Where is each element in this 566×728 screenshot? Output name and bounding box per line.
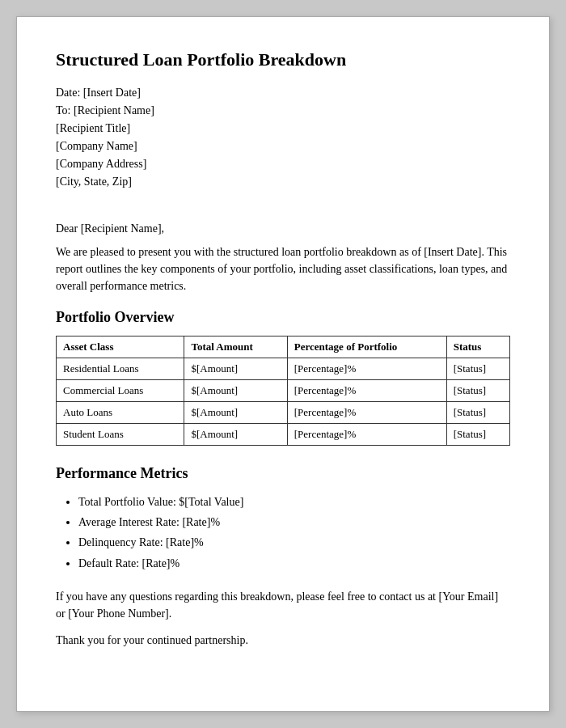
portfolio-section-title: Portfolio Overview [56,309,510,326]
to-line: To: [Recipient Name] [56,104,510,117]
table-cell: [Percentage]% [287,402,446,424]
city-state-zip-line: [City, State, Zip] [56,176,510,188]
date-line: Date: [Insert Date] [56,87,510,99]
recipient-title-line: [Recipient Title] [56,122,510,135]
table-cell: [Percentage]% [287,424,446,446]
company-address-line: [Company Address] [56,158,510,171]
table-cell: [Percentage]% [287,358,446,380]
salutation: Dear [Recipient Name], [56,222,510,235]
document-page: Structured Loan Portfolio Breakdown Date… [16,16,550,712]
metrics-section-title: Performance Metrics [56,465,510,482]
table-cell: $[Amount] [184,402,287,424]
metrics-list: Total Portfolio Value: $[Total Value]Ave… [78,492,510,574]
document-title: Structured Loan Portfolio Breakdown [56,49,510,70]
metrics-list-item: Total Portfolio Value: $[Total Value] [78,492,510,512]
table-header-row: Asset Class Total Amount Percentage of P… [57,336,510,358]
table-cell: [Status] [446,402,509,424]
intro-paragraph: We are pleased to present you with the s… [56,243,510,294]
table-cell: [Percentage]% [287,380,446,402]
table-row: Auto Loans$[Amount][Percentage]%[Status] [57,402,510,424]
table-cell: $[Amount] [184,424,287,446]
metrics-list-item: Average Interest Rate: [Rate]% [78,512,510,532]
table-cell: [Status] [446,424,509,446]
table-cell: Student Loans [57,424,184,446]
portfolio-table: Asset Class Total Amount Percentage of P… [56,336,510,446]
table-cell: Residential Loans [57,358,184,380]
table-cell: [Status] [446,358,509,380]
thank-you-line: Thank you for your continued partnership… [56,632,510,649]
table-cell: $[Amount] [184,358,287,380]
metrics-list-item: Default Rate: [Rate]% [78,553,510,574]
table-cell: Commercial Loans [57,380,184,402]
metrics-list-item: Delinquency Rate: [Rate]% [78,532,510,552]
closing-paragraph: If you have any questions regarding this… [56,588,510,622]
col-header-total-amount: Total Amount [184,336,287,358]
col-header-percentage: Percentage of Portfolio [287,336,446,358]
col-header-status: Status [446,336,509,358]
table-row: Residential Loans$[Amount][Percentage]%[… [57,358,510,380]
company-name-line: [Company Name] [56,140,510,153]
table-cell: Auto Loans [57,402,184,424]
table-cell: $[Amount] [184,380,287,402]
table-row: Commercial Loans$[Amount][Percentage]%[S… [57,380,510,402]
table-cell: [Status] [446,380,509,402]
table-row: Student Loans$[Amount][Percentage]%[Stat… [57,424,510,446]
col-header-asset-class: Asset Class [57,336,184,358]
